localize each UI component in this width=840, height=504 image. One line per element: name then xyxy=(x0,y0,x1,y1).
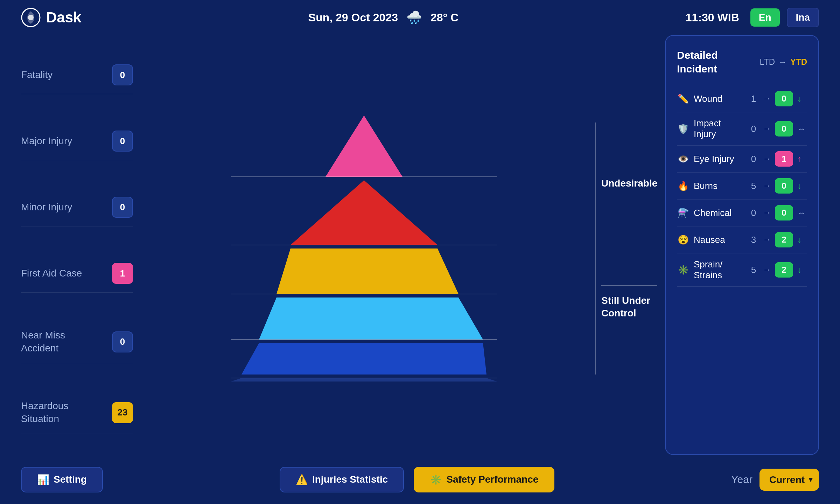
impact-trend: ↔ xyxy=(797,124,807,134)
safety-performance-button[interactable]: ✳️ Safety Performance xyxy=(414,467,554,492)
setting-label: Setting xyxy=(54,474,87,485)
minor-injury-badge: 0 xyxy=(112,197,133,218)
injury-row-first-aid: First Aid Case 1 xyxy=(21,254,133,293)
year-select[interactable]: Current 2022 2021 xyxy=(760,469,819,491)
main-content: Fatality 0 Major Injury 0 Minor Injury 0… xyxy=(0,35,840,455)
detail-row-burns: 🔥 Burns 5 → 0 ↓ xyxy=(677,173,807,200)
ltd-label: LTD xyxy=(760,57,775,67)
eye-ldt: 0 xyxy=(748,154,759,164)
near-miss-badge: 0 xyxy=(112,331,133,352)
major-injury-badge: 0 xyxy=(112,131,133,152)
hazardous-badge: 23 xyxy=(112,402,133,423)
burns-ldt: 5 xyxy=(748,181,759,191)
temperature-display: 28° C xyxy=(430,11,458,24)
burns-arrow: → xyxy=(763,181,771,190)
svg-marker-2 xyxy=(326,115,402,177)
pyramid-svg xyxy=(231,108,497,382)
chemical-ldt: 0 xyxy=(748,208,759,218)
burns-name: Burns xyxy=(694,181,744,191)
chemical-trend: ↔ xyxy=(797,208,807,218)
eye-icon: 👁️ xyxy=(677,153,690,165)
wound-ytd-badge: 0 xyxy=(775,91,793,106)
detail-row-nausea: 😵 Nausea 3 → 2 ↓ xyxy=(677,226,807,253)
header-center: Sun, 29 Oct 2023 🌧️ 28° C xyxy=(308,10,459,25)
eye-trend: ↑ xyxy=(797,154,807,164)
left-panel: Fatality 0 Major Injury 0 Minor Injury 0… xyxy=(21,35,133,455)
burns-trend: ↓ xyxy=(797,181,807,191)
detail-ltd-ytd: LTD → YTD xyxy=(760,57,807,67)
svg-marker-6 xyxy=(241,343,486,374)
footer: 📊 Setting ⚠️ Injuries Statistic ✳️ Safet… xyxy=(0,455,840,504)
impact-name: Impact Injury xyxy=(694,118,744,140)
still-under-control-label: Still UnderControl xyxy=(601,285,657,320)
detail-row-chemical: ⚗️ Chemical 0 → 0 ↔ xyxy=(677,200,807,226)
wound-arrow: → xyxy=(763,94,771,103)
minor-injury-label: Minor Injury xyxy=(21,201,72,214)
first-aid-badge: 1 xyxy=(112,263,133,284)
sprain-arrow: → xyxy=(763,265,771,274)
injuries-icon: ⚠️ xyxy=(296,474,308,485)
detail-row-impact: 🛡️ Impact Injury 0 → 0 ↔ xyxy=(677,112,807,146)
logo-icon xyxy=(21,8,41,27)
sprain-ytd-badge: 2 xyxy=(775,262,793,278)
detail-header: DetailedIncident LTD → YTD xyxy=(677,48,807,76)
near-miss-label: Near MissAccident xyxy=(21,329,65,355)
svg-marker-4 xyxy=(276,248,458,294)
fatality-badge: 0 xyxy=(112,64,133,85)
safety-performance-label: Safety Performance xyxy=(446,474,538,485)
detail-row-sprain: ✳️ Sprain/Strains 5 → 2 ↓ xyxy=(677,253,807,287)
weather-icon: 🌧️ xyxy=(406,10,422,25)
year-label: Year xyxy=(731,474,752,485)
year-select-wrapper[interactable]: Current 2022 2021 xyxy=(760,469,819,491)
setting-button[interactable]: 📊 Setting xyxy=(21,467,103,492)
time-display: 11:30 WIB xyxy=(686,11,739,24)
sprain-name: Sprain/Strains xyxy=(694,259,744,281)
right-labels: Undesirable Still UnderControl xyxy=(595,35,651,455)
wound-ldt: 1 xyxy=(748,93,759,104)
nausea-trend: ↓ xyxy=(797,235,807,245)
lang-en-button[interactable]: En xyxy=(750,8,780,27)
logo-text: Dask xyxy=(46,9,81,26)
header: Dask Sun, 29 Oct 2023 🌧️ 28° C 11:30 WIB… xyxy=(0,0,840,35)
burns-icon: 🔥 xyxy=(677,180,690,192)
eye-ytd-badge: 1 xyxy=(775,151,793,167)
injury-row-major: Major Injury 0 xyxy=(21,122,133,160)
date-display: Sun, 29 Oct 2023 xyxy=(308,11,398,24)
nausea-name: Nausea xyxy=(694,234,744,245)
chemical-name: Chemical xyxy=(694,208,744,218)
wound-trend: ↓ xyxy=(797,94,807,104)
svg-point-1 xyxy=(28,15,34,20)
ltd-ytd-arrow: → xyxy=(778,57,787,67)
detail-title: DetailedIncident xyxy=(677,48,718,76)
injury-row-hazardous: HazardousSituation 23 xyxy=(21,391,133,434)
chemical-ytd-badge: 0 xyxy=(775,205,793,220)
impact-arrow: → xyxy=(763,124,771,133)
setting-icon: 📊 xyxy=(37,474,49,485)
detail-panel: DetailedIncident LTD → YTD ✏️ Wound 1 → … xyxy=(665,35,819,455)
injuries-statistic-label: Injuries Statistic xyxy=(312,474,388,485)
burns-ytd-badge: 0 xyxy=(775,178,793,194)
sprain-trend: ↓ xyxy=(797,265,807,275)
logo-area: Dask xyxy=(21,8,81,27)
injuries-statistic-button[interactable]: ⚠️ Injuries Statistic xyxy=(280,467,404,492)
pyramid-area xyxy=(147,35,581,455)
sprain-icon: ✳️ xyxy=(677,264,690,276)
impact-ytd-badge: 0 xyxy=(775,121,793,136)
svg-marker-7 xyxy=(231,378,497,382)
wound-name: Wound xyxy=(694,93,744,104)
lang-ina-button[interactable]: Ina xyxy=(787,8,819,27)
hazardous-label: HazardousSituation xyxy=(21,400,68,425)
impact-icon: 🛡️ xyxy=(677,122,690,135)
ytd-label: YTD xyxy=(790,57,807,67)
safety-icon: ✳️ xyxy=(430,474,442,485)
nausea-ldt: 3 xyxy=(748,234,759,245)
svg-marker-3 xyxy=(290,180,438,245)
nausea-ytd-badge: 2 xyxy=(775,232,793,247)
sprain-ldt: 5 xyxy=(748,265,759,275)
footer-right: Year Current 2022 2021 xyxy=(731,469,819,491)
detail-row-eye: 👁️ Eye Injury 0 → 1 ↑ xyxy=(677,146,807,173)
major-injury-label: Major Injury xyxy=(21,135,72,147)
impact-ldt: 0 xyxy=(748,124,759,134)
wound-icon: ✏️ xyxy=(677,92,690,105)
chemical-arrow: → xyxy=(763,208,771,217)
